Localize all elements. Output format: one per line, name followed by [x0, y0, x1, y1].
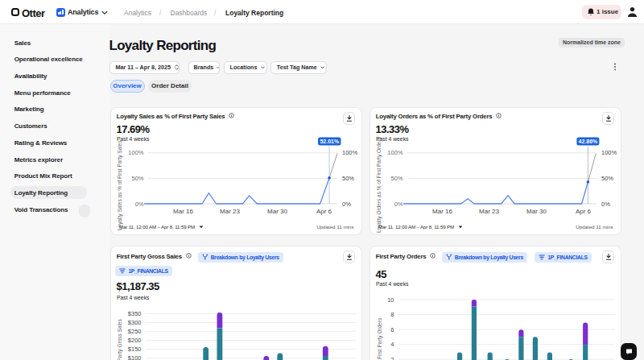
- svg-text:$300: $300: [127, 319, 141, 326]
- svg-text:Apr 6: Apr 6: [316, 207, 332, 214]
- svg-text:50%: 50%: [390, 174, 402, 181]
- svg-text:10: 10: [387, 296, 394, 304]
- svg-text:$350: $350: [127, 310, 141, 317]
- svg-text:Mar 16: Mar 16: [432, 207, 452, 214]
- svg-text:4: 4: [390, 341, 394, 348]
- svg-text:$100: $100: [127, 354, 141, 360]
- svg-text:First Party Orders: First Party Orders: [376, 317, 382, 359]
- svg-text:0%: 0%: [601, 200, 610, 207]
- svg-text:Apr 6: Apr 6: [575, 207, 591, 214]
- svg-text:Mar 16: Mar 16: [173, 207, 193, 214]
- svg-text:2: 2: [390, 356, 394, 360]
- svg-text:Loyalty Orders as % of First P: Loyalty Orders as % of First Party Order…: [376, 136, 382, 233]
- svg-text:$200: $200: [127, 337, 141, 344]
- svg-text:6: 6: [390, 326, 394, 333]
- svg-text:Mar 30: Mar 30: [526, 207, 547, 214]
- svg-text:52.01%: 52.01%: [320, 139, 340, 144]
- svg-text:100%: 100%: [342, 149, 358, 156]
- svg-text:42.86%: 42.86%: [578, 139, 598, 144]
- svg-text:50%: 50%: [131, 174, 143, 181]
- svg-text:Mar 23: Mar 23: [479, 207, 499, 214]
- svg-text:Mar 23: Mar 23: [220, 207, 240, 214]
- svg-text:0%: 0%: [394, 200, 402, 207]
- svg-text:50%: 50%: [601, 174, 613, 181]
- svg-text:50%: 50%: [342, 174, 354, 181]
- svg-text:$250: $250: [127, 328, 141, 335]
- svg-text:Loyalty Sales as % of First Pa: Loyalty Sales as % of First Party Sales: [117, 139, 123, 230]
- svg-text:Mar 30: Mar 30: [267, 207, 287, 214]
- svg-text:0%: 0%: [342, 200, 351, 207]
- svg-text:8: 8: [390, 311, 394, 318]
- svg-text:0%: 0%: [134, 200, 143, 207]
- svg-text:100%: 100%: [387, 149, 403, 156]
- svg-text:100%: 100%: [601, 149, 617, 156]
- svg-text:$150: $150: [127, 346, 141, 353]
- svg-text:First Party Gross Sales: First Party Gross Sales: [117, 318, 123, 360]
- svg-text:100%: 100%: [128, 149, 144, 156]
